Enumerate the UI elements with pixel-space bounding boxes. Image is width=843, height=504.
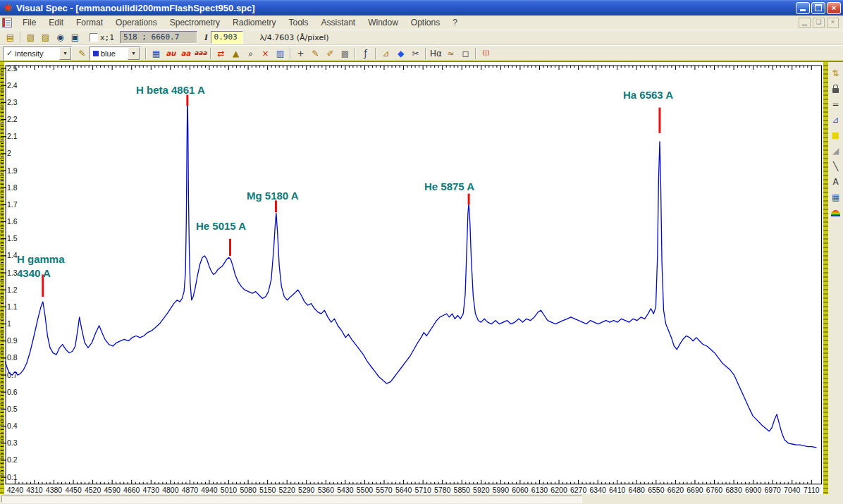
- intensity-symbol: I: [204, 32, 208, 43]
- color-select[interactable]: blue ▼: [90, 47, 140, 61]
- unzoom-icon[interactable]: ×: [258, 47, 273, 61]
- updown-arrows-icon[interactable]: ⇅: [829, 66, 843, 81]
- y-axis-tick-label: 0.5: [7, 405, 18, 413]
- x-axis-tick-label: 4240: [7, 486, 24, 494]
- filter-icon[interactable]: ▩: [338, 47, 352, 61]
- check-icon: ✓: [6, 49, 13, 58]
- x-axis-tick-label: 6410: [609, 486, 626, 494]
- x-axis-tick-label: 4940: [201, 486, 218, 494]
- chart-angle-icon[interactable]: ⊿: [829, 112, 843, 128]
- active-area-icon[interactable]: ■: [829, 128, 843, 143]
- x-axis-tick-label: 5990: [493, 486, 510, 494]
- y-axis-tick-label: 2.3: [7, 98, 18, 106]
- x-axis-tick-label: 5710: [414, 486, 431, 494]
- search-object-icon[interactable]: ◉: [53, 30, 68, 44]
- slope-icon[interactable]: ◢: [829, 143, 843, 159]
- chevron-down-icon[interactable]: ▼: [59, 47, 71, 60]
- x-axis-tick-label: 6550: [648, 486, 665, 494]
- graph-toolbar: ✓intensity ▼ ✎ blue ▼ ▦auaaaaa⇄▲⌕×▥+✎✐▩ƒ…: [0, 45, 843, 62]
- line-label: Ha 6563 A: [623, 89, 673, 101]
- normalize-peaks-icon[interactable]: ▲: [228, 47, 243, 61]
- y-axis-tick-label: 0.4: [7, 422, 18, 430]
- frame-icon[interactable]: ◻: [458, 47, 473, 61]
- y-axis-tick-label: 1.7: [7, 200, 18, 209]
- reference-pen-icon[interactable]: ✎: [75, 47, 90, 61]
- horizontal-scrollbar[interactable]: [1, 496, 582, 503]
- annotation-toolbar: ⇅=⊿■◢╲A▦: [828, 62, 843, 494]
- x-axis-tick-label: 6480: [629, 486, 646, 494]
- menu-item-help[interactable]: ?: [446, 16, 464, 29]
- x-axis-tick-label: 5220: [279, 486, 296, 494]
- display-grid-icon[interactable]: ▦: [149, 47, 164, 61]
- calibration-icon[interactable]: ≈: [443, 47, 458, 61]
- smooth-high-icon[interactable]: aaa: [193, 47, 208, 61]
- element-lines-icon[interactable]: Hα: [429, 47, 443, 61]
- document-icon[interactable]: [2, 18, 12, 27]
- series-select-value: intensity: [15, 49, 43, 58]
- open-image-icon[interactable]: ▧: [23, 30, 38, 44]
- minimize-button[interactable]: [796, 2, 810, 14]
- y-axis-tick-label: 1.3: [7, 269, 18, 277]
- x-axis-tick-label: 5640: [395, 486, 412, 494]
- x-axis-tick-label: 5780: [434, 486, 451, 494]
- copy-graph-icon[interactable]: ▥: [273, 47, 288, 61]
- execute-icon[interactable]: ƒ: [358, 47, 373, 61]
- x-axis-tick-label: 5920: [473, 486, 490, 494]
- peak-measure-icon[interactable]: ⊿: [379, 47, 393, 61]
- x-axis-tick-label: 4870: [182, 486, 199, 494]
- edit-continuum-icon[interactable]: ✐: [323, 47, 338, 61]
- open-profile-icon[interactable]: ▨: [38, 30, 53, 44]
- y-axis-tick-label: 0.8: [7, 353, 18, 362]
- zoom-icon[interactable]: ⌕: [243, 47, 258, 61]
- chevron-down-icon[interactable]: ▼: [128, 47, 140, 60]
- menu-item-spectrometry[interactable]: Spectrometry: [164, 16, 226, 29]
- text-tool-icon[interactable]: A: [829, 174, 843, 190]
- x-axis-tick-label: 6340: [589, 486, 606, 494]
- y-axis-tick-label: 0.2: [7, 455, 18, 464]
- y-axis-tick-label: 0.9: [7, 336, 18, 345]
- x-axis-tick-label: 4380: [46, 486, 63, 494]
- mdi-close-button[interactable]: ×: [827, 18, 839, 28]
- spectrum-plot[interactable]: 0.10.20.30.40.50.60.70.80.911.11.21.31.4…: [0, 62, 823, 494]
- line-tool-icon[interactable]: ╲: [829, 159, 843, 174]
- cursor-coordinates-field[interactable]: 518 ; 6660.7: [120, 31, 197, 44]
- window-title: Visual Spec - [emmanouilidi200mmFlashSpe…: [16, 3, 255, 13]
- intensity-value-field[interactable]: 0.903: [211, 31, 243, 44]
- lock-icon[interactable]: [829, 81, 843, 97]
- menu-item-file[interactable]: File: [16, 16, 42, 29]
- close-button[interactable]: ×: [827, 2, 841, 14]
- menu-item-options[interactable]: Options: [405, 16, 446, 29]
- restore-button[interactable]: [811, 2, 825, 14]
- y-axis-tick-label: 1.4: [7, 251, 18, 259]
- mdi-minimize-button[interactable]: ▁: [799, 18, 811, 28]
- equals-icon[interactable]: =: [829, 97, 843, 112]
- camera-icon[interactable]: ▦: [829, 190, 843, 205]
- rainbow-icon[interactable]: [829, 205, 843, 221]
- mdi-restore-button[interactable]: ❏: [813, 18, 825, 28]
- pick-points-icon[interactable]: +: [293, 47, 308, 61]
- y-axis-tick-label: 1.8: [7, 183, 18, 192]
- menu-item-edit[interactable]: Edit: [42, 16, 70, 29]
- shift-compare-icon[interactable]: ⇄: [214, 47, 228, 61]
- smooth-mid-icon[interactable]: aa: [178, 47, 193, 61]
- menu-item-radiometry[interactable]: Radiometry: [226, 16, 282, 29]
- x-axis-tick-label: 6830: [725, 486, 742, 494]
- save-profile-icon[interactable]: ▣: [68, 30, 82, 44]
- water-drop-icon[interactable]: ◆: [393, 47, 408, 61]
- menu-item-tools[interactable]: Tools: [282, 16, 314, 29]
- y-axis-tick-label: 2.1: [7, 132, 18, 140]
- profile-phase-icon[interactable]: (|): [479, 47, 493, 61]
- menu-item-window[interactable]: Window: [362, 16, 405, 29]
- menu-item-operations[interactable]: Operations: [109, 16, 164, 29]
- session-database-icon[interactable]: ▤: [3, 30, 18, 44]
- x-axis-tick-label: 5290: [298, 486, 315, 494]
- smooth-low-icon[interactable]: au: [164, 47, 178, 61]
- y-axis-tick-label: 2.2: [7, 115, 18, 123]
- crop-icon[interactable]: ✂: [408, 47, 423, 61]
- pixel-mode-checkbox[interactable]: [90, 33, 98, 42]
- dispersion-readout: λ/4.7603 (Å/pixel): [260, 33, 329, 42]
- menu-item-format[interactable]: Format: [70, 16, 109, 29]
- series-select[interactable]: ✓intensity ▼: [3, 47, 72, 61]
- draw-continuum-icon[interactable]: ✎: [308, 47, 323, 61]
- menu-item-assistant[interactable]: Assistant: [314, 16, 362, 29]
